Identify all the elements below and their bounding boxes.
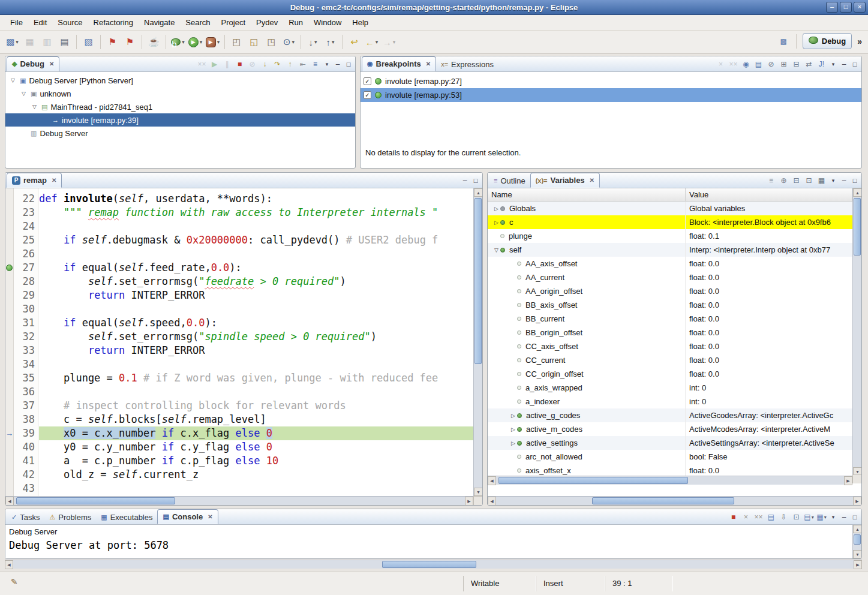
code-line-38[interactable]: c = self.blocks[self.remap_level] <box>39 413 473 426</box>
code-line-25[interactable]: if self.debugmask & 0x20000000: call_pyd… <box>39 233 473 247</box>
code-line-36[interactable] <box>39 385 473 399</box>
next-annotation-button[interactable]: ↓▾ <box>305 34 321 50</box>
scroll-right-icon[interactable]: ▶ <box>844 476 852 485</box>
code-line-29[interactable]: return INTERP_ERROR <box>39 289 473 302</box>
maximize-view-button[interactable]: □ <box>849 175 860 187</box>
debug-tree-row-mainthread-pid27841-seq1[interactable]: ▽▤MainThread - pid27841_seq1 <box>5 100 355 113</box>
editor-code[interactable]: def involute(self, userdata, **words): "… <box>39 188 473 496</box>
code-line-43[interactable] <box>39 482 473 495</box>
view-menu-button[interactable]: ▾ <box>322 58 332 70</box>
variable-row-a-indexer[interactable]: a_indexerint: 0 <box>488 395 852 408</box>
editor-marker-bar[interactable]: → <box>5 188 14 496</box>
open-new-view-button[interactable]: ▦ <box>815 175 828 187</box>
perspective-overflow-button[interactable]: » <box>855 37 864 46</box>
code-line-32[interactable]: self.set_errormsg("spindle speed > 0 req… <box>39 330 473 344</box>
code-line-26[interactable] <box>39 247 473 261</box>
variables-outer-scroll-thumb[interactable] <box>592 497 734 504</box>
code-line-37[interactable]: # inspect controlling block for relevant… <box>39 399 473 413</box>
run-launch-button[interactable]: ▶▾ <box>187 34 203 50</box>
collapse-all-button[interactable]: ⊟ <box>790 58 803 71</box>
print-button[interactable]: ▤ <box>56 34 73 50</box>
terminate-button[interactable]: ■ <box>727 511 740 524</box>
save-all-button[interactable]: ▥ <box>39 34 55 50</box>
variable-row-aa-axis-offset[interactable]: AA_axis_offsetfloat: 0.0 <box>488 257 852 271</box>
suspend-button[interactable]: ∥ <box>221 58 233 71</box>
scroll-left-icon[interactable]: ◀ <box>488 497 496 506</box>
menu-window[interactable]: Window <box>308 15 347 31</box>
code-line-23[interactable]: """ remap function with raw access to In… <box>39 206 473 220</box>
variable-row-axis-offset-x[interactable]: axis_offset_xfloat: 0.0 <box>488 464 852 476</box>
maximize-editor-button[interactable]: □ <box>470 175 481 187</box>
variable-row-bb-axis-offset[interactable]: BB_axis_offsetfloat: 0.0 <box>488 298 852 312</box>
drop-to-frame-button[interactable]: ⇤ <box>296 58 309 71</box>
scroll-right-icon[interactable]: ▶ <box>854 560 862 569</box>
scroll-down-icon[interactable]: ▼ <box>853 550 862 558</box>
breakpoints-tab-breakpoints[interactable]: ◉Breakpoints✕ <box>362 56 436 71</box>
variable-row-active-g-codes[interactable]: ▷active_g_codesActiveGcodesArray: <inter… <box>488 408 852 422</box>
debug-tab-debug[interactable]: ◈Debug✕ <box>7 56 59 71</box>
editor-gutter[interactable]: 2223242526272829303132333435363738394041… <box>14 188 38 496</box>
variable-row-cc-origin-offset[interactable]: CC_origin_offsetfloat: 0.0 <box>488 367 852 381</box>
variables-vscroll-thumb[interactable] <box>854 198 861 256</box>
console-horizontal-scrollbar[interactable]: ◀ ▶ <box>5 560 862 569</box>
variable-row-self[interactable]: ▽selfInterp: <interpreter.Interp object … <box>488 243 852 257</box>
code-line-33[interactable]: return INTERP_ERROR <box>39 344 473 357</box>
show-type-names-button[interactable]: ≡ <box>765 175 777 187</box>
pin-view-button[interactable]: ⊡ <box>803 175 815 187</box>
column-header-name[interactable]: Name <box>488 188 686 201</box>
variable-row-active-m-codes[interactable]: ▷active_m_codesActiveMcodesArray: <inter… <box>488 422 852 436</box>
editor-horizontal-scrollbar[interactable]: ◀ ▶ <box>5 496 473 505</box>
scroll-lock-button[interactable]: ⇩ <box>777 511 790 524</box>
variable-row-cc-current[interactable]: CC_currentfloat: 0.0 <box>488 353 852 367</box>
display-selected-console-button[interactable]: ▤▾ <box>803 511 815 524</box>
variable-row-cc-axis-offset[interactable]: CC_axis_offsetfloat: 0.0 <box>488 339 852 353</box>
right-panel-tab-variables[interactable]: (x)=Variables✕ <box>530 173 600 188</box>
scroll-left-icon[interactable]: ◀ <box>488 476 496 485</box>
column-header-value[interactable]: Value <box>686 188 852 201</box>
tree-expander-icon[interactable]: ▽ <box>20 91 28 97</box>
variable-row-aa-origin-offset[interactable]: AA_origin_offsetfloat: 0.0 <box>488 284 852 298</box>
code-line-40[interactable]: y0 = c.y_number if c.y_flag else 0 <box>39 440 473 454</box>
code-line-35[interactable]: plunge = 0.1 # if Z word was given, plun… <box>39 371 473 385</box>
breakpoint-row[interactable]: ✓involute [remap.py:53] <box>361 88 861 102</box>
minimize-view-button[interactable]: – <box>332 58 343 70</box>
add-exception-breakpoint-button[interactable]: J! <box>815 58 828 71</box>
variable-row-a-axis-wrapped[interactable]: a_axis_wrappedint: 0 <box>488 381 852 395</box>
tree-expander-icon[interactable]: ▷ <box>509 413 517 419</box>
debug-perspective-button[interactable]: b Debug <box>803 33 852 49</box>
new-wizard-button[interactable]: ▩▾ <box>4 34 20 50</box>
search-button[interactable]: ⊙▾ <box>281 34 297 50</box>
disconnect-button[interactable]: ⊘ <box>246 58 259 71</box>
skip-all-breakpoints-button[interactable]: ⊘ <box>765 58 777 71</box>
step-into-button[interactable]: ↓ <box>259 58 271 71</box>
step-over-button[interactable]: ↷ <box>271 58 284 71</box>
code-line-39[interactable]: x0 = c.x_number if c.x_flag else 0 <box>39 426 473 440</box>
variables-outer-scrollbar[interactable]: ◀ ▶ <box>488 496 861 505</box>
tree-expander-icon[interactable]: ▷ <box>509 440 517 446</box>
remove-all-terminated-button[interactable]: ×× <box>752 511 765 524</box>
maximize-view-button[interactable]: □ <box>343 58 354 70</box>
code-line-31[interactable]: if equal(self.speed,0.0): <box>39 316 473 330</box>
show-logical-structures-button[interactable]: ⊕ <box>777 175 790 187</box>
console-vscroll-thumb[interactable] <box>854 534 861 545</box>
minimize-view-button[interactable]: – <box>839 58 849 70</box>
maximize-view-button[interactable]: □ <box>849 511 860 523</box>
breakpoint-checkbox[interactable]: ✓ <box>364 91 371 99</box>
external-tools-button[interactable]: ▶▾ <box>205 34 221 50</box>
console-vertical-scrollbar[interactable]: ▲ ▼ <box>852 525 861 558</box>
variable-row-globals[interactable]: ▷GlobalsGlobal variables <box>488 202 852 215</box>
menu-pydev[interactable]: Pydev <box>251 15 283 31</box>
variable-row-c[interactable]: ▷cBlock: <interpreter.Block object at 0x… <box>488 215 852 229</box>
bottom-panel-tab-tasks[interactable]: ✓Tasks <box>7 510 44 524</box>
variables-hscroll-thumb[interactable] <box>498 477 688 484</box>
open-type-button[interactable]: ◰ <box>229 34 245 50</box>
open-perspective-button[interactable]: ▩ <box>777 35 790 47</box>
code-line-28[interactable]: self.set_errormsg("feedrate > 0 required… <box>39 275 473 289</box>
menu-edit[interactable]: Edit <box>28 15 52 31</box>
save-button[interactable]: ▦ <box>22 34 38 50</box>
minimize-window-button[interactable]: – <box>826 2 838 13</box>
resume-button[interactable]: ▶ <box>208 58 221 71</box>
editor-vertical-scrollbar[interactable]: ▲ ▼ <box>473 188 482 496</box>
editor-body[interactable]: → 22232425262728293031323334353637383940… <box>5 188 482 505</box>
close-tab-icon[interactable]: ✕ <box>49 61 54 67</box>
